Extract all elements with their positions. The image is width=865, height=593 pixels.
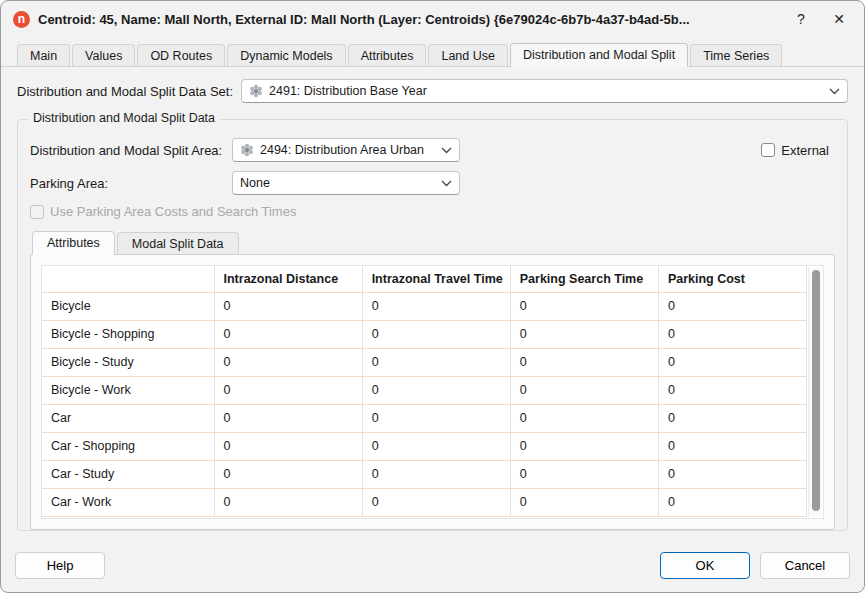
title-bar: n Centroid: 45, Name: Mall North, Extern… <box>1 1 864 37</box>
col-intrazonal-distance[interactable]: Intrazonal Distance <box>214 266 362 292</box>
app-logo-icon: n <box>13 11 30 28</box>
row-label: Bicycle - Study <box>42 348 214 376</box>
main-tab-bar: Main Values OD Routes Dynamic Models Att… <box>1 41 864 67</box>
group-box-title: Distribution and Modal Split Data <box>28 111 220 125</box>
table-row: Bicycle - Study 0 0 0 0 <box>42 348 807 376</box>
cell[interactable]: 0 <box>214 320 362 348</box>
distribution-group-box: Distribution and Modal Split Data Distri… <box>17 119 848 531</box>
parking-combobox[interactable]: None <box>232 171 460 195</box>
tab-od-routes[interactable]: OD Routes <box>137 44 225 66</box>
subtab-attributes[interactable]: Attributes <box>32 231 115 255</box>
cell[interactable]: 0 <box>214 292 362 320</box>
table-header-row: Intrazonal Distance Intrazonal Travel Ti… <box>42 266 807 292</box>
cell[interactable]: 0 <box>510 320 658 348</box>
cell[interactable]: 0 <box>510 404 658 432</box>
cell[interactable]: 0 <box>362 376 510 404</box>
area-icon <box>240 143 254 157</box>
window-title: Centroid: 45, Name: Mall North, External… <box>38 12 782 27</box>
tab-distribution-and-modal-split[interactable]: Distribution and Modal Split <box>510 43 688 67</box>
cell[interactable]: 0 <box>658 488 806 516</box>
cancel-button[interactable]: Cancel <box>760 552 850 579</box>
cell[interactable]: 0 <box>658 292 806 320</box>
help-titlebar-button[interactable]: ? <box>782 5 820 33</box>
tab-land-use[interactable]: Land Use <box>428 44 508 66</box>
centroid-dialog: n Centroid: 45, Name: Mall North, Extern… <box>0 0 865 593</box>
row-label: Car - Study <box>42 460 214 488</box>
tab-values[interactable]: Values <box>72 44 135 66</box>
row-label: Bicycle - Work <box>42 376 214 404</box>
tab-dynamic-models[interactable]: Dynamic Models <box>227 44 345 66</box>
cell[interactable]: 0 <box>362 348 510 376</box>
cell[interactable]: 0 <box>362 320 510 348</box>
row-label: Bicycle - Shopping <box>42 320 214 348</box>
dialog-button-bar: Help OK Cancel <box>15 552 850 579</box>
external-checkbox-row: External <box>761 143 835 158</box>
attributes-table-container: Intrazonal Distance Intrazonal Travel Ti… <box>41 265 824 519</box>
cell[interactable]: 0 <box>658 432 806 460</box>
ok-button[interactable]: OK <box>660 552 750 579</box>
chevron-down-icon <box>441 147 452 154</box>
col-parking-cost[interactable]: Parking Cost <box>658 266 806 292</box>
cell[interactable]: 0 <box>214 432 362 460</box>
cell[interactable]: 0 <box>214 460 362 488</box>
cell[interactable]: 0 <box>658 404 806 432</box>
dataset-label: Distribution and Modal Split Data Set: <box>17 84 233 99</box>
row-label: Bicycle <box>42 292 214 320</box>
cell[interactable]: 0 <box>214 488 362 516</box>
parking-row: Parking Area: None <box>30 171 835 195</box>
area-value: 2494: Distribution Area Urban <box>260 143 435 157</box>
use-parking-checkbox <box>30 205 44 219</box>
dataset-row: Distribution and Modal Split Data Set: 2… <box>17 79 848 103</box>
col-parking-search-time[interactable]: Parking Search Time <box>510 266 658 292</box>
cell[interactable]: 0 <box>658 348 806 376</box>
help-button[interactable]: Help <box>15 552 105 579</box>
col-intrazonal-travel-time[interactable]: Intrazonal Travel Time <box>362 266 510 292</box>
table-row: Car - Study 0 0 0 0 <box>42 460 807 488</box>
tab-attributes[interactable]: Attributes <box>348 44 427 66</box>
scrollbar-thumb[interactable] <box>812 270 820 511</box>
parking-label: Parking Area: <box>30 176 232 191</box>
tab-time-series[interactable]: Time Series <box>690 44 782 66</box>
cell[interactable]: 0 <box>658 320 806 348</box>
chevron-down-icon <box>829 88 840 95</box>
cell[interactable]: 0 <box>510 348 658 376</box>
cell[interactable]: 0 <box>510 488 658 516</box>
cell[interactable]: 0 <box>658 376 806 404</box>
row-label: Car <box>42 404 214 432</box>
attributes-table: Intrazonal Distance Intrazonal Travel Ti… <box>42 266 807 517</box>
vertical-scrollbar[interactable] <box>808 267 822 517</box>
cell[interactable]: 0 <box>510 460 658 488</box>
cell[interactable]: 0 <box>214 376 362 404</box>
cell[interactable]: 0 <box>362 460 510 488</box>
row-label: Car - Shopping <box>42 432 214 460</box>
subtab-modal-split-data[interactable]: Modal Split Data <box>117 232 239 254</box>
area-row: Distribution and Modal Split Area: 2494:… <box>30 138 835 162</box>
tab-main[interactable]: Main <box>17 44 70 66</box>
cell[interactable]: 0 <box>362 488 510 516</box>
dataset-value: 2491: Distribution Base Year <box>269 84 823 98</box>
cell[interactable]: 0 <box>510 292 658 320</box>
cell[interactable]: 0 <box>658 460 806 488</box>
row-label: Car - Work <box>42 488 214 516</box>
table-row: Car - Work 0 0 0 0 <box>42 488 807 516</box>
attributes-pane: Intrazonal Distance Intrazonal Travel Ti… <box>30 254 835 530</box>
cell[interactable]: 0 <box>362 292 510 320</box>
cell[interactable]: 0 <box>214 348 362 376</box>
cell[interactable]: 0 <box>362 432 510 460</box>
cell[interactable]: 0 <box>510 376 658 404</box>
close-icon[interactable]: ✕ <box>820 5 858 33</box>
table-row: Bicycle - Work 0 0 0 0 <box>42 376 807 404</box>
cell[interactable]: 0 <box>214 404 362 432</box>
dataset-icon <box>249 84 263 98</box>
area-label: Distribution and Modal Split Area: <box>30 143 232 158</box>
cell[interactable]: 0 <box>510 432 658 460</box>
table-row: Car 0 0 0 0 <box>42 404 807 432</box>
parking-value: None <box>240 176 435 190</box>
external-checkbox[interactable] <box>761 143 775 157</box>
use-parking-row: Use Parking Area Costs and Search Times <box>30 204 835 219</box>
table-corner <box>42 266 214 292</box>
area-combobox[interactable]: 2494: Distribution Area Urban <box>232 138 460 162</box>
dataset-combobox[interactable]: 2491: Distribution Base Year <box>241 79 848 103</box>
cell[interactable]: 0 <box>362 404 510 432</box>
table-row: Bicycle 0 0 0 0 <box>42 292 807 320</box>
